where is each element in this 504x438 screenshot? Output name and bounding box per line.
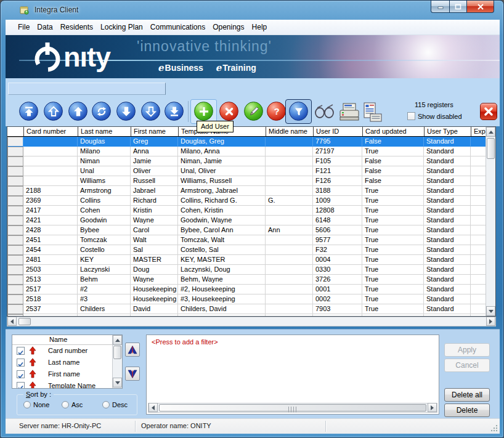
table-row[interactable]: 2518#3Housekeeping#3, Housekeeping0002Tr… <box>7 294 487 304</box>
table-row[interactable]: 2513BehmWayneBehm, Wayne3726TrueStandard <box>7 275 487 285</box>
row-selector-cell[interactable] <box>7 304 23 314</box>
table-row[interactable]: 2558TrammelAndyTrammel, Andy1484TrueStan… <box>7 314 487 316</box>
scroll-down-button[interactable] <box>486 306 495 316</box>
row-selector-cell[interactable] <box>7 235 23 245</box>
table-header[interactable]: Card numberLast nameFirst nameTemplate N… <box>7 127 487 137</box>
hscroll-thumb[interactable] <box>18 318 31 325</box>
column-header-exp-[interactable]: Exp. <box>471 127 487 136</box>
refresh-button[interactable] <box>92 102 111 121</box>
column-header-last-name[interactable]: Last name <box>78 127 131 136</box>
column-header-user-type[interactable]: User Type <box>424 127 471 136</box>
nav-down-button[interactable] <box>116 102 136 121</box>
sort-desc-radio[interactable]: Desc <box>102 401 128 408</box>
table-row[interactable]: 2537ChildersDavidChilders, David7903True… <box>7 304 487 314</box>
nav-first-button[interactable] <box>19 102 38 121</box>
table-row[interactable]: 2503LaczynskiDougLaczynski, Doug0330True… <box>7 265 487 275</box>
print-button[interactable] <box>338 102 360 123</box>
nav-page-up-button[interactable] <box>44 102 63 121</box>
table-row[interactable]: 2428BybeeCarolBybee, Carol AnnAnn5606Tru… <box>7 225 487 235</box>
maximize-button[interactable] <box>449 1 467 13</box>
delete-user-button[interactable] <box>219 102 238 121</box>
delete-all-button[interactable]: Delete all <box>444 388 490 402</box>
scroll-up-button[interactable] <box>486 127 495 137</box>
resize-grip[interactable] <box>490 424 498 432</box>
radio-circle[interactable] <box>23 401 31 408</box>
row-selector-cell[interactable] <box>7 314 23 316</box>
move-field-up-button[interactable] <box>125 343 140 357</box>
sort-asc-radio[interactable]: Asc <box>62 401 83 408</box>
field-row-card-number[interactable]: Card number <box>12 345 122 357</box>
move-field-down-button[interactable] <box>125 367 140 381</box>
nav-up-button[interactable] <box>68 102 87 121</box>
field-scroll-thumb[interactable] <box>113 346 121 359</box>
row-selector-cell[interactable] <box>7 265 23 275</box>
scroll-up-button[interactable] <box>113 335 122 345</box>
scroll-down-button[interactable] <box>113 378 122 387</box>
row-selector-cell[interactable] <box>7 255 23 265</box>
titlebar[interactable]: Integra Client <box>1 1 504 19</box>
table-row[interactable]: 2369CollinsRichardCollins, Richard G.G.1… <box>7 196 487 206</box>
column-header-card-updated[interactable]: Card updated <box>362 127 424 136</box>
radio-circle[interactable] <box>102 401 110 408</box>
vscroll-thumb[interactable] <box>487 138 495 159</box>
field-row-first-name[interactable]: First name <box>12 368 122 380</box>
table-row[interactable]: 2417CohenKristinCohen, Kristin12808TrueS… <box>7 206 487 216</box>
nav-page-down-button[interactable] <box>141 102 160 121</box>
table-vertical-scrollbar[interactable] <box>486 127 495 316</box>
filter-expression-area[interactable]: <Press to add a filter> <box>146 335 439 415</box>
edit-user-button[interactable] <box>244 102 263 121</box>
table-row[interactable]: 2481KEYMASTERKEY, MASTER0004TrueStandard <box>7 255 487 265</box>
view-button[interactable] <box>314 104 335 120</box>
table-row[interactable]: 2454CostelloSalCostello, SalF32TrueStand… <box>7 245 487 255</box>
row-selector-cell[interactable] <box>7 225 23 235</box>
table-horizontal-scrollbar[interactable] <box>7 317 496 326</box>
table-row[interactable]: MilanoAnnaMilano, Anna27197TrueStandard <box>7 147 487 156</box>
column-header-card-number[interactable]: Card number <box>23 127 78 136</box>
header-selector[interactable] <box>7 127 23 136</box>
help-button[interactable]: ? <box>267 102 286 121</box>
column-header-first-name[interactable]: First name <box>131 127 178 136</box>
field-checkbox[interactable] <box>17 359 25 367</box>
field-list-scrollbar[interactable] <box>112 335 122 388</box>
toolbar-close-button[interactable] <box>480 103 497 120</box>
menu-item-residents[interactable]: Residents <box>57 21 97 33</box>
sort-none-radio[interactable]: None <box>23 401 49 408</box>
row-selector-cell[interactable] <box>7 275 23 285</box>
window-close-button[interactable] <box>467 1 494 13</box>
row-selector-cell[interactable] <box>7 216 23 225</box>
row-selector-cell[interactable] <box>7 294 23 304</box>
menu-item-file[interactable]: File <box>14 21 33 33</box>
filter-button[interactable] <box>289 102 308 121</box>
scroll-left-button[interactable] <box>7 317 17 326</box>
field-row-last-name[interactable]: Last name <box>12 357 122 368</box>
menu-item-data[interactable]: Data <box>33 21 56 33</box>
row-selector-cell[interactable] <box>7 147 23 156</box>
table-row[interactable]: UnalOliverUnal, OliverF121FalseStandard <box>7 166 487 176</box>
minimize-button[interactable] <box>431 1 449 13</box>
field-row-template-name[interactable]: Template Name <box>12 380 122 389</box>
table-row[interactable]: 2188ArmstrongJabraelArmstrong, Jabrael31… <box>7 186 487 196</box>
filter-horizontal-scrollbar[interactable] <box>148 403 437 413</box>
cancel-button[interactable]: Cancel <box>444 359 490 372</box>
scroll-right-button[interactable] <box>486 317 495 326</box>
row-selector-cell[interactable] <box>7 137 23 147</box>
row-selector-cell[interactable] <box>7 166 23 176</box>
radio-circle[interactable] <box>62 401 69 408</box>
menu-item-help[interactable]: Help <box>248 21 271 33</box>
table-row[interactable]: WilliamsRussellWilliams, RussellF126Fals… <box>7 176 487 186</box>
menu-item-locking-plan[interactable]: Locking Plan <box>97 21 147 33</box>
row-selector-cell[interactable] <box>7 245 23 255</box>
delete-button[interactable]: Delete <box>444 404 490 417</box>
field-checkbox[interactable] <box>17 382 25 389</box>
filter-scroll-thumb[interactable] <box>159 404 426 412</box>
table-row[interactable]: 2451TomczakWaltTomczak, Walt9577TrueStan… <box>7 235 487 245</box>
row-selector-cell[interactable] <box>7 156 23 166</box>
checkbox-box[interactable] <box>407 112 415 120</box>
add-user-button[interactable] <box>194 102 213 121</box>
row-selector-cell[interactable] <box>7 206 23 216</box>
nav-last-button[interactable] <box>165 102 184 121</box>
field-checkbox[interactable] <box>17 370 25 378</box>
row-selector-cell[interactable] <box>7 186 23 196</box>
row-selector-cell[interactable] <box>7 176 23 186</box>
row-selector-cell[interactable] <box>7 196 23 206</box>
